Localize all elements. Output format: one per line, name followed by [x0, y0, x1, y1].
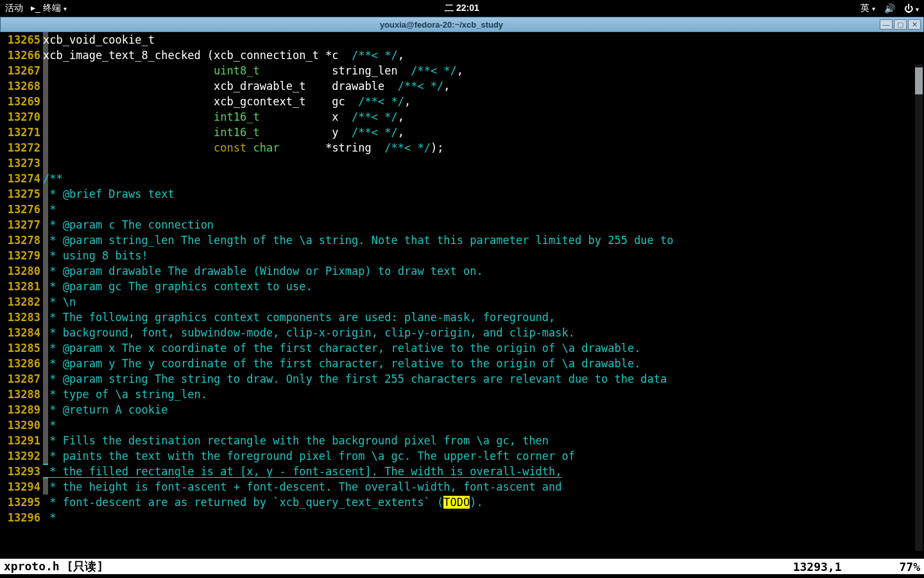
- code-line: *: [43, 510, 924, 525]
- code-line: * @param y The y coordinate of the first…: [43, 356, 924, 371]
- line-number: 13265: [0, 32, 40, 48]
- desktop-topbar: 活动 ▸_ 终端 二 22:01 英 ▾ 🔊 ⏻ ▾: [0, 0, 924, 17]
- line-number: 13296: [0, 510, 40, 525]
- terminal-icon: ▸_: [31, 3, 40, 13]
- code-line: * @return A cookie: [43, 402, 924, 417]
- line-number: 13295: [0, 495, 40, 510]
- line-number: 13281: [0, 279, 40, 294]
- app-menu[interactable]: ▸_ 终端: [31, 3, 67, 14]
- line-number: 13272: [0, 140, 40, 155]
- code-line: * @param string The string to draw. Only…: [43, 371, 924, 387]
- line-number: 13277: [0, 217, 40, 232]
- line-number: 13282: [0, 294, 40, 310]
- status-filename: xproto.h [只读]: [4, 559, 103, 574]
- todo-highlight: TODO: [443, 496, 470, 509]
- code-line: * using 8 bits!: [43, 248, 924, 263]
- line-number: 13270: [0, 109, 40, 125]
- code-area[interactable]: xcb_void_cookie_txcb_image_text_8_checke…: [43, 32, 924, 559]
- line-number: 13294: [0, 479, 40, 495]
- line-number: 13278: [0, 232, 40, 248]
- line-number: 13276: [0, 202, 40, 217]
- maximize-button[interactable]: ▢: [894, 19, 907, 30]
- line-number: 13279: [0, 248, 40, 263]
- line-number: 13267: [0, 63, 40, 78]
- code-line: int16_t x /**< */,: [43, 109, 924, 125]
- status-percent: 77%: [899, 560, 920, 574]
- line-number: 13271: [0, 125, 40, 140]
- code-line: * type of \a string_len.: [43, 387, 924, 402]
- line-number: 13266: [0, 48, 40, 63]
- line-number: 13283: [0, 310, 40, 325]
- code-line: * @param gc The graphics context to use.: [43, 279, 924, 294]
- editor-viewport[interactable]: 1326513266132671326813269132701327113272…: [0, 32, 924, 559]
- code-line: [43, 155, 924, 171]
- code-line: * Fills the destination rectangle with t…: [43, 433, 924, 448]
- line-number: 13293: [0, 464, 40, 479]
- code-line: /**: [43, 171, 924, 186]
- line-number: 13292: [0, 448, 40, 464]
- line-number: 13275: [0, 186, 40, 202]
- code-line: * @param drawable The drawable (Window o…: [43, 263, 924, 279]
- code-line: xcb_drawable_t drawable /**< */,: [43, 78, 924, 94]
- code-line: * @param string_len The length of the \a…: [43, 232, 924, 248]
- window-titlebar[interactable]: youxia@fedora-20:~/xcb_study — ▢ ✕: [0, 17, 924, 32]
- line-number: 13290: [0, 417, 40, 433]
- line-number: 13289: [0, 402, 40, 417]
- code-line: uint8_t string_len /**< */,: [43, 63, 924, 78]
- code-line: * @param c The connection: [43, 217, 924, 232]
- line-number: 13269: [0, 94, 40, 109]
- line-number: 13284: [0, 325, 40, 340]
- vim-statusbar: xproto.h [只读] 13293,1 77%: [0, 559, 924, 574]
- scrollbar-track[interactable]: [915, 64, 923, 551]
- code-line: *: [43, 202, 924, 217]
- status-cursor-pos: 13293,1: [793, 560, 842, 574]
- code-line: xcb_gcontext_t gc /**< */,: [43, 94, 924, 109]
- line-number: 13286: [0, 356, 40, 371]
- code-line: * paints the text with the foreground pi…: [43, 448, 924, 464]
- line-number: 13280: [0, 263, 40, 279]
- code-line: * @brief Draws text: [43, 186, 924, 202]
- line-number: 13274: [0, 171, 40, 186]
- line-number: 13273: [0, 155, 40, 171]
- line-number: 13288: [0, 387, 40, 402]
- code-line: xcb_void_cookie_t: [43, 32, 924, 48]
- minimize-button[interactable]: —: [880, 19, 893, 30]
- code-line: * background, font, subwindow-mode, clip…: [43, 325, 924, 340]
- clock[interactable]: 二 22:01: [445, 3, 479, 14]
- activities-button[interactable]: 活动: [5, 3, 23, 14]
- close-button[interactable]: ✕: [908, 19, 921, 30]
- scrollbar-thumb[interactable]: [915, 67, 923, 94]
- code-line: * The following graphics context compone…: [43, 310, 924, 325]
- code-line: *: [43, 417, 924, 433]
- window-title: youxia@fedora-20:~/xcb_study: [3, 20, 880, 30]
- line-number: 13287: [0, 371, 40, 387]
- ime-indicator[interactable]: 英 ▾: [860, 3, 875, 14]
- line-number: 13291: [0, 433, 40, 448]
- code-line: * \n: [43, 294, 924, 310]
- code-line: xcb_image_text_8_checked (xcb_connection…: [43, 48, 924, 63]
- code-line: * font-descent are as returned by `xcb_q…: [43, 495, 924, 510]
- line-number: 13285: [0, 340, 40, 356]
- code-line: int16_t y /**< */,: [43, 125, 924, 140]
- code-line: * @param x The x coordinate of the first…: [43, 340, 924, 356]
- power-icon[interactable]: ⏻ ▾: [904, 3, 919, 13]
- code-line: * the height is font-ascent + font-desce…: [43, 479, 924, 495]
- line-number: 13268: [0, 78, 40, 94]
- volume-icon[interactable]: 🔊: [884, 3, 895, 13]
- code-line: * the filled rectangle is at [x, y - fon…: [43, 464, 924, 479]
- code-line: const char *string /**< */);: [43, 140, 924, 155]
- line-number-gutter: 1326513266132671326813269132701327113272…: [0, 32, 43, 559]
